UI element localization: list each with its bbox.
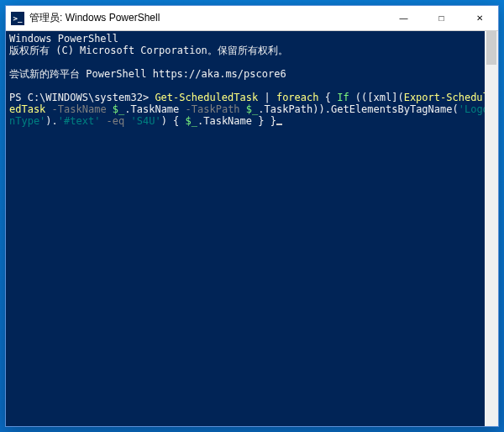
window-controls: — □ ✕ (385, 6, 498, 30)
titlebar[interactable]: >_ 管理员: Windows PowerShell — □ ✕ (6, 6, 498, 31)
tip-text: 尝试新的跨平台 PowerShell (9, 68, 153, 80)
cmd-foreach: foreach (276, 92, 319, 103)
header-line-2: 版权所有 (C) Microsoft Corporation。保留所有权利。 (9, 45, 288, 56)
window-title: 管理员: Windows PowerShell (29, 11, 385, 25)
cursor (276, 124, 282, 125)
str-text: '#text' (58, 115, 101, 127)
tip-url: https://aka.ms/pscore6 (153, 68, 286, 80)
scrollbar[interactable] (485, 31, 498, 426)
close-button[interactable]: ✕ (460, 6, 498, 30)
prompt: PS C:\WINDOWS\system32> (9, 92, 155, 103)
cmd-get-scheduledtask: Get-ScheduledTask (155, 92, 258, 103)
var-pipe-3: $_ (186, 115, 197, 127)
op-eq: -eq (100, 115, 130, 127)
minimize-button[interactable]: — (385, 6, 423, 30)
scroll-thumb[interactable] (486, 31, 496, 65)
terminal-area[interactable]: Windows PowerShell 版权所有 (C) Microsoft Co… (6, 31, 498, 426)
var-pipe-1: $_ (113, 103, 124, 115)
maximize-button[interactable]: □ (423, 6, 460, 30)
cmd-if: If (337, 92, 349, 103)
header-line-1: Windows PowerShell (9, 33, 118, 45)
param-taskpath: -TaskPath (179, 103, 245, 115)
var-pipe-2: $_ (246, 103, 258, 115)
powershell-icon: >_ (11, 12, 24, 25)
param-taskname: -TaskName (45, 103, 112, 115)
str-s4u: 'S4U' (131, 115, 161, 127)
powershell-window: >_ 管理员: Windows PowerShell — □ ✕ Windows… (5, 5, 499, 427)
